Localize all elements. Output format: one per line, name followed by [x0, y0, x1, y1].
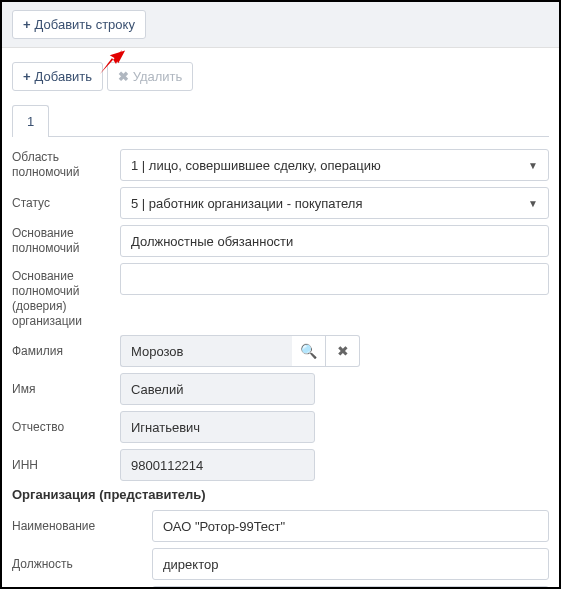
basis-org-input[interactable] — [120, 263, 549, 295]
basis-input[interactable] — [120, 225, 549, 257]
position-input[interactable] — [152, 548, 549, 580]
status-select[interactable]: 5 | работник организации - покупателя ▼ — [120, 187, 549, 219]
form: Область полномочий 1 | лицо, совершившее… — [2, 137, 559, 589]
row-org-name: Наименование — [12, 510, 549, 542]
chevron-down-icon: ▼ — [528, 160, 538, 171]
delete-button[interactable]: ✖ Удалить — [107, 62, 194, 91]
row-lastname: Фамилия Морозов 🔍 ✖ — [12, 335, 549, 367]
org-name-input[interactable] — [152, 510, 549, 542]
basis-org-label: Основание полномочий (доверия) организац… — [12, 263, 120, 329]
top-bar: + Добавить строку — [2, 2, 559, 48]
lastname-group: Морозов 🔍 ✖ — [120, 335, 360, 367]
cross-icon: ✖ — [118, 69, 129, 84]
firstname-label: Имя — [12, 382, 120, 397]
clear-button[interactable]: ✖ — [326, 335, 360, 367]
add-label: Добавить — [35, 69, 92, 84]
patronymic-value: Игнатьевич — [120, 411, 315, 443]
plus-icon: + — [23, 69, 31, 84]
add-row-button[interactable]: + Добавить строку — [12, 10, 146, 39]
add-button[interactable]: + Добавить — [12, 62, 103, 91]
delete-label: Удалить — [133, 69, 183, 84]
row-patronymic: Отчество Игнатьевич — [12, 411, 549, 443]
authority-area-value: 1 | лицо, совершившее сделку, операцию — [131, 158, 381, 173]
status-value: 5 | работник организации - покупателя — [131, 196, 363, 211]
chevron-down-icon: ▼ — [528, 198, 538, 209]
org-section-title: Организация (представитель) — [12, 487, 549, 502]
inn-label: ИНН — [12, 458, 120, 473]
search-icon: 🔍 — [300, 343, 317, 359]
close-icon: ✖ — [337, 343, 349, 359]
row-basis: Основание полномочий — [12, 225, 549, 257]
tab-1[interactable]: 1 — [12, 105, 49, 137]
inn-value: 9800112214 — [120, 449, 315, 481]
status-label: Статус — [12, 196, 120, 211]
search-button[interactable]: 🔍 — [292, 335, 326, 367]
basis-label: Основание полномочий — [12, 226, 120, 256]
authority-area-label: Область полномочий — [12, 150, 120, 180]
row-status: Статус 5 | работник организации - покупа… — [12, 187, 549, 219]
lastname-value: Морозов — [120, 335, 292, 367]
add-row-label: Добавить строку — [35, 17, 135, 32]
plus-icon: + — [23, 17, 31, 32]
lastname-label: Фамилия — [12, 344, 120, 359]
toolbar: + Добавить ✖ Удалить — [2, 48, 559, 101]
authority-area-select[interactable]: 1 | лицо, совершившее сделку, операцию ▼ — [120, 149, 549, 181]
position-label: Должность — [12, 557, 152, 572]
row-position: Должность — [12, 548, 549, 580]
org-name-label: Наименование — [12, 519, 152, 534]
tabs: 1 — [12, 105, 549, 137]
firstname-value: Савелий — [120, 373, 315, 405]
row-inn: ИНН 9800112214 — [12, 449, 549, 481]
row-firstname: Имя Савелий — [12, 373, 549, 405]
row-basis-org: Основание полномочий (доверия) организац… — [12, 263, 549, 329]
patronymic-label: Отчество — [12, 420, 120, 435]
row-authority-area: Область полномочий 1 | лицо, совершившее… — [12, 149, 549, 181]
